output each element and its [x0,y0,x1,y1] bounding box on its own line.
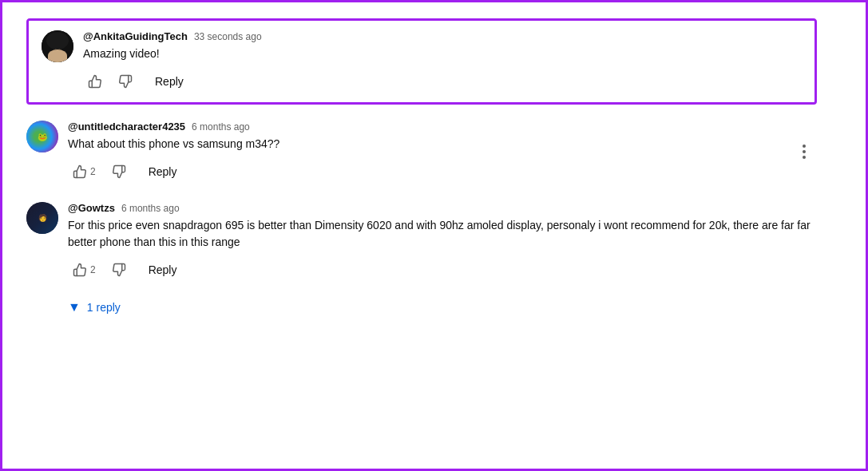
comment-header: @untitledcharacter4235 6 months ago [68,121,817,133]
dot-3 [803,156,806,159]
comment-3: 🧑 @Gowtzs 6 months ago For this price ev… [26,202,817,281]
avatar: 🧑 [26,202,58,234]
dislike-button[interactable] [107,259,131,280]
avatar: 🐸 [26,121,58,152]
comment-header: @AnkitaGuidingTech 33 seconds ago [83,30,802,42]
dot-2 [803,150,806,153]
comment-header: @Gowtzs 6 months ago [68,202,817,214]
comment-content: @Gowtzs 6 months ago For this price even… [68,202,817,281]
thumbs-down-icon [118,74,133,89]
comment-2: 🐸 @untitledcharacter4235 6 months ago Wh… [26,121,817,183]
comment-timestamp: 6 months ago [121,203,180,214]
like-count: 2 [90,166,96,177]
comment-highlighted: @AnkitaGuidingTech 33 seconds ago Amazin… [26,18,817,105]
thumbs-up-icon [88,74,102,89]
like-count: 2 [90,264,96,275]
comment-timestamp: 33 seconds ago [194,31,262,42]
thumbs-up-icon [73,263,87,277]
comment-3-wrapper: 🧑 @Gowtzs 6 months ago For this price ev… [26,202,817,315]
reply-button[interactable]: Reply [147,70,192,93]
dislike-button[interactable] [107,161,131,182]
like-button[interactable]: 2 [68,161,101,182]
chevron-down-icon: ▼ [68,300,81,315]
replies-count-text: 1 reply [87,301,121,314]
comment-actions: 2 Reply [68,259,817,281]
comment-text: For this price even snapdragon 695 is be… [68,217,817,251]
thumbs-up-icon [73,164,87,179]
thumbs-down-icon [112,263,126,277]
comment-text: What about this phone vs samsung m34?? [68,136,817,152]
comment-username: @untitledcharacter4235 [68,121,185,133]
dot-1 [803,144,806,148]
reply-button[interactable]: Reply [141,160,185,183]
comment-username: @Gowtzs [68,202,115,214]
thumbs-down-icon [112,164,126,179]
reply-button[interactable]: Reply [141,259,185,281]
comment-actions: Reply [83,70,802,93]
comments-container: @AnkitaGuidingTech 33 seconds ago Amazin… [2,2,841,330]
comment-content: @AnkitaGuidingTech 33 seconds ago Amazin… [83,30,802,93]
more-options-menu[interactable] [799,138,809,165]
like-button[interactable]: 2 [68,259,101,280]
dislike-button[interactable] [113,71,137,92]
like-button[interactable] [83,71,107,92]
avatar [42,30,73,62]
comment-timestamp: 6 months ago [192,121,250,133]
comment-text: Amazing video! [83,46,802,62]
comment-content: @untitledcharacter4235 6 months ago What… [68,121,817,183]
replies-toggle[interactable]: ▼ 1 reply [68,300,817,315]
comment-actions: 2 Reply [68,160,817,183]
comment-username: @AnkitaGuidingTech [83,30,188,42]
